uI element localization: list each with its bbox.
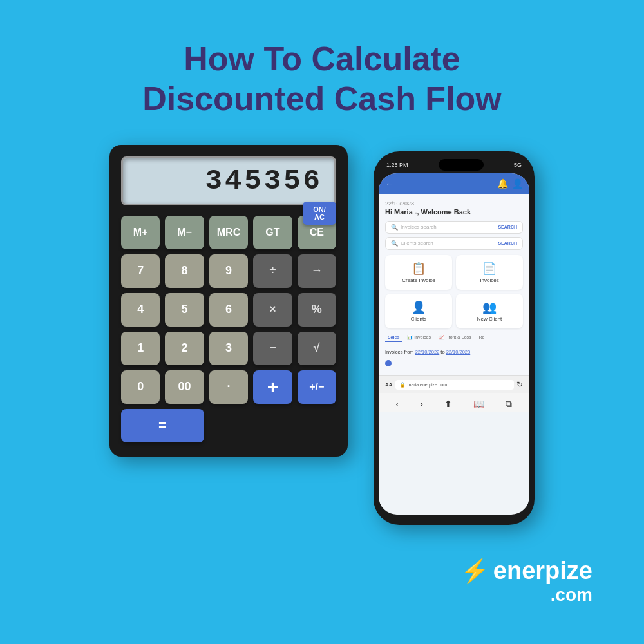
new-client-icon: 👥: [460, 300, 519, 314]
calculator: 345356 M+ M− MRC GT CE 7 8 9 ÷ → 4 5 6 ×…: [109, 145, 348, 457]
btn-7[interactable]: 7: [121, 254, 160, 288]
clients-label: Clients: [389, 316, 448, 322]
phone-date: 22/10/2023: [385, 200, 523, 207]
clients-search-bar[interactable]: 🔍 Clients search SEARCH: [385, 237, 523, 250]
invoices-search-btn[interactable]: SEARCH: [498, 225, 517, 229]
btn-2[interactable]: 2: [165, 332, 204, 365]
btn-divide[interactable]: ÷: [253, 254, 292, 288]
phone-wrapper: 1:25 PM 5G ← 🔔 👤 22/10/2023 Hi Maria: [374, 151, 535, 525]
clients-search-btn[interactable]: SEARCH: [498, 241, 517, 245]
clients-card[interactable]: 👤 Clients: [385, 294, 452, 328]
new-client-card[interactable]: 👥 New Client: [456, 294, 523, 328]
new-client-label: New Client: [460, 316, 519, 322]
btn-arrow[interactable]: →: [298, 254, 336, 288]
search-icon: 🔍: [391, 224, 398, 231]
btn-subtract[interactable]: −: [253, 332, 292, 365]
btn-m-minus[interactable]: M−: [165, 216, 204, 249]
header-icons: 🔔 👤: [497, 178, 523, 189]
btn-8[interactable]: 8: [165, 254, 204, 288]
btn-0[interactable]: 0: [121, 370, 160, 404]
nav-forward[interactable]: ›: [420, 399, 423, 410]
logo-name: enerpize: [493, 557, 592, 585]
report-tabs: Sales 📊 Invoices 📈 Profit & Loss Re: [385, 334, 523, 345]
action-icon-grid: 📋 Create Invoice 📄 Invoices 👤 Clients: [385, 255, 523, 328]
to-date-link[interactable]: 22/10/2023: [446, 349, 471, 355]
btn-00[interactable]: 00: [165, 370, 204, 404]
invoices-search-bar[interactable]: 🔍 Invoices search SEARCH: [385, 221, 523, 234]
nav-bookmarks[interactable]: 📖: [473, 399, 484, 410]
tab-invoices[interactable]: 📊 Invoices: [404, 334, 433, 342]
display-value: 345356: [205, 165, 323, 197]
phone-navigation: ‹ › ⬆ 📖 ⧉: [379, 393, 529, 412]
btn-6[interactable]: 6: [209, 293, 248, 327]
invoices-date-range: Invoices from 22/10/2022 to 22/10/2023: [385, 349, 523, 355]
logo-domain: .com: [551, 585, 592, 605]
btn-sqrt[interactable]: √: [298, 332, 336, 365]
create-invoice-card[interactable]: 📋 Create Invoice: [385, 255, 452, 290]
url-bar-section: AA 🔒 maria.enerpize.com ↻: [379, 375, 529, 393]
btn-plus-minus[interactable]: +/−: [298, 370, 336, 404]
avatar-icon[interactable]: 👤: [512, 178, 523, 189]
title-line1: How To Calculate: [184, 40, 460, 77]
invoices-label: Invoices: [460, 278, 519, 283]
calculator-buttons: M+ M− MRC GT CE 7 8 9 ÷ → 4 5 6 × % 1 2 …: [121, 216, 336, 442]
phone-greeting: Hi Maria -, Welcome Back: [385, 208, 523, 216]
phone: 1:25 PM 5G ← 🔔 👤 22/10/2023 Hi Maria: [374, 151, 535, 525]
btn-gt[interactable]: GT: [253, 216, 292, 249]
btn-4[interactable]: 4: [121, 293, 160, 327]
lock-icon: 🔒: [399, 382, 406, 388]
bell-icon[interactable]: 🔔: [497, 178, 508, 189]
url-text: maria.enerpize.com: [408, 383, 447, 387]
btn-dot[interactable]: ·: [209, 370, 248, 404]
app-header: ← 🔔 👤: [379, 173, 529, 194]
search-icon-2: 🔍: [391, 240, 398, 247]
filter-dot: [385, 357, 523, 369]
clients-icon: 👤: [389, 300, 448, 314]
logo-section: ⚡ enerpize .com: [460, 557, 592, 605]
calculator-display: 345356: [121, 156, 336, 205]
btn-3[interactable]: 3: [209, 332, 248, 365]
tab-profit-loss[interactable]: 📈 Profit & Loss: [436, 334, 474, 342]
btn-percent[interactable]: %: [298, 293, 336, 327]
title-line2: Discounted Cash Flow: [142, 80, 502, 117]
btn-onac[interactable]: ON/AC: [303, 202, 336, 225]
title-section: How To Calculate Discounted Cash Flow: [0, 0, 644, 138]
btn-9[interactable]: 9: [209, 254, 248, 288]
invoices-icon: 📄: [460, 261, 519, 276]
nav-tabs[interactable]: ⧉: [506, 399, 512, 410]
phone-time: 1:25 PM: [386, 162, 408, 168]
invoices-card[interactable]: 📄 Invoices: [456, 255, 523, 290]
btn-plus[interactable]: +: [253, 370, 292, 404]
clients-search-placeholder: Clients search: [398, 240, 498, 246]
btn-multiply[interactable]: ×: [253, 293, 292, 327]
phone-screen: ← 🔔 👤 22/10/2023 Hi Maria -, Welcome Bac…: [379, 173, 529, 515]
aa-label[interactable]: AA: [385, 382, 393, 388]
app-body: 22/10/2023 Hi Maria -, Welcome Back 🔍 In…: [379, 194, 529, 375]
from-date-link[interactable]: 22/10/2022: [415, 349, 440, 355]
btn-mrc[interactable]: MRC: [209, 216, 248, 249]
nav-share[interactable]: ⬆: [444, 399, 452, 410]
tab-re[interactable]: Re: [477, 334, 488, 342]
content-area: 345356 M+ M− MRC GT CE 7 8 9 ÷ → 4 5 6 ×…: [0, 145, 644, 525]
url-bar[interactable]: 🔒 maria.enerpize.com: [395, 380, 514, 390]
phone-status-bar: 1:25 PM 5G: [379, 159, 529, 171]
bolt-icon: ⚡: [460, 558, 489, 585]
create-invoice-label: Create Invoice: [389, 278, 448, 283]
refresh-icon[interactable]: ↻: [516, 380, 523, 389]
invoices-search-placeholder: Invoices search: [398, 224, 498, 230]
back-icon[interactable]: ←: [385, 178, 394, 189]
phone-notch: [439, 159, 484, 171]
nav-back[interactable]: ‹: [396, 399, 399, 410]
phone-signal: 5G: [514, 162, 522, 168]
logo-row: ⚡ enerpize: [460, 557, 592, 585]
btn-5[interactable]: 5: [165, 293, 204, 327]
tab-sales[interactable]: Sales: [385, 334, 402, 342]
btn-m-plus[interactable]: M+: [121, 216, 160, 249]
create-invoice-icon: 📋: [389, 261, 448, 276]
btn-1[interactable]: 1: [121, 332, 160, 365]
btn-equals[interactable]: =: [121, 409, 204, 442]
main-title: How To Calculate Discounted Cash Flow: [0, 39, 644, 119]
